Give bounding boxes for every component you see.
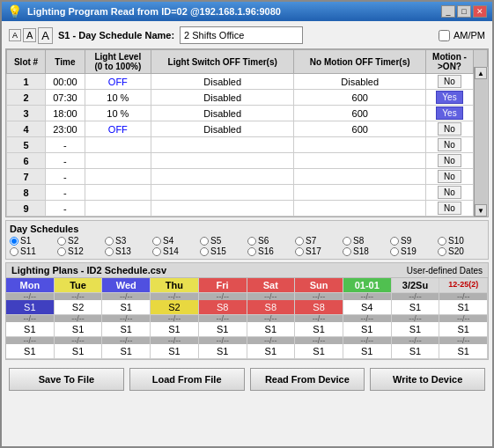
plan-cell[interactable]: S1 (151, 344, 199, 359)
plan-cell[interactable]: S1 (295, 344, 343, 359)
radio-s2[interactable] (57, 237, 66, 246)
plan-cell[interactable]: S2 (55, 300, 103, 315)
radio-s8[interactable] (343, 237, 351, 246)
plan-cell[interactable]: S1 (343, 322, 392, 337)
level-cell[interactable] (85, 185, 151, 201)
motion-button[interactable]: Yes (436, 106, 462, 120)
level-cell[interactable] (85, 201, 151, 217)
day-schedule-item-s5[interactable]: S5 (200, 236, 247, 246)
day-schedule-item-s9[interactable]: S9 (390, 236, 437, 246)
radio-s20[interactable] (438, 247, 446, 256)
plan-cell[interactable]: S1 (6, 300, 55, 315)
radio-s6[interactable] (247, 237, 256, 246)
day-schedule-item-s20[interactable]: S20 (438, 246, 484, 256)
time-cell[interactable]: 23:00 (46, 121, 85, 137)
plan-cell[interactable]: S1 (199, 344, 247, 359)
day-schedule-item-s8[interactable]: S8 (343, 236, 389, 246)
font-large-button[interactable]: A (38, 27, 53, 44)
no-motion-cell[interactable]: 600 (294, 106, 426, 121)
level-cell[interactable] (85, 169, 151, 185)
light-switch-cell[interactable] (151, 137, 293, 153)
radio-s10[interactable] (438, 237, 446, 246)
close-button[interactable]: ✕ (473, 5, 487, 18)
no-motion-cell[interactable] (294, 185, 426, 201)
font-medium-button[interactable]: A (23, 28, 36, 42)
plan-cell[interactable]: S8 (247, 300, 296, 315)
plan-cell[interactable]: S1 (6, 322, 55, 337)
radio-s12[interactable] (57, 247, 66, 256)
no-motion-cell[interactable] (294, 153, 426, 169)
minimize-button[interactable]: _ (441, 5, 455, 18)
light-switch-cell[interactable]: Disabled (151, 74, 293, 90)
time-cell[interactable]: 18:00 (46, 106, 85, 121)
day-schedule-item-s17[interactable]: S17 (295, 246, 342, 256)
day-schedule-item-s13[interactable]: S13 (105, 246, 151, 256)
plan-cell[interactable]: S1 (392, 344, 440, 359)
time-cell[interactable]: - (46, 137, 85, 153)
write-to-device-button[interactable]: Write to Device (370, 368, 485, 391)
plan-cell[interactable]: S1 (55, 322, 103, 337)
time-cell[interactable]: - (46, 201, 85, 217)
plan-cell[interactable]: S1 (439, 300, 488, 315)
light-switch-cell[interactable]: Disabled (151, 121, 293, 137)
radio-s16[interactable] (247, 247, 256, 256)
plan-cell[interactable]: S1 (102, 322, 151, 337)
motion-button[interactable]: No (438, 122, 461, 136)
schedule-name-input[interactable] (180, 26, 303, 44)
day-schedule-item-s14[interactable]: S14 (152, 246, 199, 256)
plan-cell[interactable]: S1 (295, 322, 343, 337)
light-switch-cell[interactable]: Disabled (151, 106, 293, 121)
day-schedule-item-s7[interactable]: S7 (295, 236, 342, 246)
day-schedule-item-s6[interactable]: S6 (247, 236, 294, 246)
plan-cell[interactable]: S1 (199, 322, 247, 337)
radio-s5[interactable] (200, 237, 209, 246)
day-schedule-item-s4[interactable]: S4 (152, 236, 199, 246)
motion-button[interactable]: No (438, 186, 461, 199)
light-switch-cell[interactable] (151, 169, 293, 185)
level-cell[interactable]: 10 % (85, 106, 151, 121)
plan-cell[interactable]: S1 (102, 344, 151, 359)
plan-cell[interactable]: S8 (295, 300, 343, 315)
time-cell[interactable]: - (46, 185, 85, 201)
no-motion-cell[interactable]: 600 (294, 121, 426, 137)
time-cell[interactable]: 00:00 (46, 74, 85, 90)
plan-cell[interactable]: S1 (343, 344, 392, 359)
no-motion-cell[interactable]: Disabled (294, 74, 426, 90)
day-schedule-item-s1[interactable]: S1 (10, 236, 56, 246)
save-to-file-button[interactable]: Save To File (9, 368, 124, 391)
radio-s14[interactable] (152, 247, 161, 256)
day-schedule-item-s10[interactable]: S10 (438, 236, 484, 246)
level-cell[interactable] (85, 137, 151, 153)
no-motion-cell[interactable] (294, 137, 426, 153)
plan-cell[interactable]: S1 (247, 344, 296, 359)
plan-cell[interactable]: S8 (199, 300, 247, 315)
light-switch-cell[interactable] (151, 201, 293, 217)
day-schedule-item-s15[interactable]: S15 (200, 246, 247, 256)
motion-button[interactable]: No (438, 154, 461, 167)
plan-cell[interactable]: S1 (55, 344, 103, 359)
day-schedule-item-s19[interactable]: S19 (390, 246, 437, 256)
plan-cell[interactable]: S1 (102, 300, 151, 315)
radio-s7[interactable] (295, 237, 304, 246)
time-cell[interactable]: 07:30 (46, 90, 85, 106)
motion-button[interactable]: No (438, 202, 461, 215)
no-motion-cell[interactable] (294, 169, 426, 185)
motion-button[interactable]: No (438, 75, 461, 88)
plan-cell[interactable]: S1 (151, 322, 199, 337)
day-schedule-item-s11[interactable]: S11 (10, 246, 56, 256)
plan-cell[interactable]: S1 (439, 322, 488, 337)
day-schedule-item-s2[interactable]: S2 (57, 236, 104, 246)
plan-cell[interactable]: S1 (247, 322, 296, 337)
load-from-file-button[interactable]: Load From File (129, 368, 245, 391)
radio-s3[interactable] (105, 237, 114, 246)
plan-cell[interactable]: S4 (343, 300, 392, 315)
light-switch-cell[interactable] (151, 153, 293, 169)
ampm-checkbox[interactable] (439, 30, 450, 41)
radio-s4[interactable] (152, 237, 161, 246)
level-cell[interactable]: OFF (85, 74, 151, 90)
level-cell[interactable]: OFF (85, 121, 151, 137)
radio-s9[interactable] (390, 237, 399, 246)
radio-s1[interactable] (10, 237, 18, 246)
plan-cell[interactable]: S2 (151, 300, 199, 315)
plan-cell[interactable]: S1 (6, 344, 55, 359)
